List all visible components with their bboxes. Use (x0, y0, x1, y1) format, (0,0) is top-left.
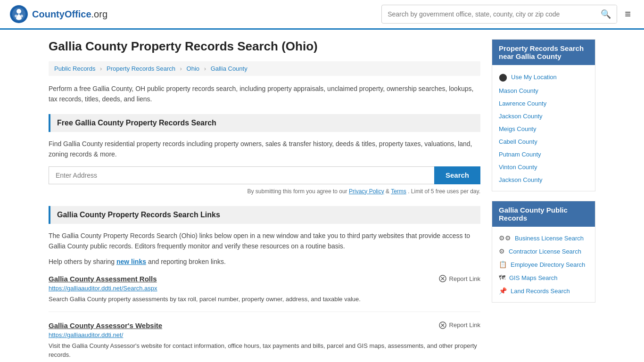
address-search-button[interactable]: Search (434, 166, 480, 184)
public-records-body: ⚙⚙ Business License Search ⚙ Contractor … (492, 227, 595, 302)
use-my-location[interactable]: ⬤ Use My Location (492, 70, 595, 84)
links-section-description: The Gallia County Property Records Searc… (49, 230, 480, 252)
new-links-link[interactable]: new links (116, 258, 146, 265)
link-desc-assessors-website: Visit the Gallia County Assessor's websi… (49, 341, 480, 360)
share-links-text: Help others by sharing new links and rep… (49, 258, 480, 265)
breadcrumb-gallia-county[interactable]: Gallia County (211, 65, 248, 72)
sidebar-county-jackson-2[interactable]: Jackson County (492, 173, 595, 186)
gear-icon-0: ⚙⚙ (499, 234, 511, 242)
header-search-bar[interactable]: 🔍 (381, 5, 617, 24)
report-link-button-0[interactable]: Report Link (439, 275, 480, 282)
site-header: CountyOffice.org 🔍 ≡ (0, 0, 644, 30)
report-icon (439, 275, 446, 282)
report-link-button-1[interactable]: Report Link (439, 321, 480, 329)
page-description: Perform a free Gallia County, OH public … (49, 83, 480, 105)
breadcrumb-public-records[interactable]: Public Records (54, 65, 95, 72)
address-search-form: Search (49, 166, 480, 184)
main-container: Gallia County Property Records Search (O… (39, 30, 605, 362)
breadcrumb: Public Records › Property Records Search… (49, 61, 480, 76)
sidebar-land-records[interactable]: 📌 Land Records Search (492, 284, 595, 297)
sidebar-employee-directory[interactable]: 📋 Employee Directory Search (492, 258, 595, 271)
sidebar: Property Records Search near Gallia Coun… (492, 39, 595, 362)
sidebar-county-vinton[interactable]: Vinton County (492, 161, 595, 173)
link-desc-assessment-rolls: Search Gallia County property assessment… (49, 295, 480, 304)
nearby-counties-heading: Property Records Search near Gallia Coun… (492, 40, 595, 65)
header-search-input[interactable] (382, 7, 595, 22)
link-url-assessors-website[interactable]: https://galliaauditor.ddti.net/ (49, 331, 480, 338)
free-search-description: Find Gallia County residential property … (49, 139, 480, 160)
header-right: 🔍 ≡ (381, 5, 635, 24)
link-title-assessors-website[interactable]: Gallia County Assessor's Website (49, 321, 162, 329)
directory-icon: 📋 (499, 261, 507, 268)
form-disclaimer: By submitting this form you agree to our… (49, 188, 480, 195)
free-search-section: Free Gallia County Property Records Sear… (49, 114, 480, 195)
public-records-heading: Gallia County Public Records (492, 201, 595, 227)
header-search-button[interactable]: 🔍 (595, 5, 617, 23)
links-section-heading: Gallia County Property Records Search Li… (49, 206, 480, 224)
logo-area: CountyOffice.org (9, 5, 107, 24)
map-icon: 🗺 (499, 274, 505, 281)
report-icon-2 (439, 321, 446, 329)
breadcrumb-ohio[interactable]: Ohio (187, 65, 199, 72)
svg-point-4 (20, 15, 23, 17)
svg-point-2 (17, 9, 21, 14)
public-records-box: Gallia County Public Records ⚙⚙ Business… (492, 201, 595, 303)
sidebar-business-license[interactable]: ⚙⚙ Business License Search (492, 231, 595, 245)
land-icon: 📌 (499, 287, 507, 295)
nearby-counties-box: Property Records Search near Gallia Coun… (492, 39, 595, 191)
content-area: Gallia County Property Records Search (O… (49, 39, 480, 362)
sidebar-county-mason[interactable]: Mason County (492, 84, 595, 97)
link-title-assessment-rolls[interactable]: Gallia County Assessment Rolls (49, 275, 157, 283)
sidebar-gis-maps[interactable]: 🗺 GIS Maps Search (492, 271, 595, 284)
sidebar-county-lawrence[interactable]: Lawrence County (492, 97, 595, 110)
nearby-counties-body: ⬤ Use My Location Mason County Lawrence … (492, 65, 595, 191)
page-title: Gallia County Property Records Search (O… (49, 39, 480, 54)
sidebar-county-putnam[interactable]: Putnam County (492, 148, 595, 161)
location-dot-icon: ⬤ (499, 73, 507, 82)
link-item-assessors-website: Gallia County Assessor's Website Report … (49, 321, 480, 362)
svg-point-3 (15, 15, 17, 17)
links-section: Gallia County Property Records Search Li… (49, 206, 480, 362)
gear-icon-1: ⚙ (499, 247, 505, 255)
hamburger-menu-button[interactable]: ≡ (621, 6, 635, 22)
free-search-heading: Free Gallia County Property Records Sear… (49, 114, 480, 132)
link-url-assessment-rolls[interactable]: https://galliaauditor.ddti.net/Search.as… (49, 285, 480, 292)
terms-link[interactable]: Terms (391, 188, 406, 195)
sidebar-county-cabell[interactable]: Cabell County (492, 135, 595, 148)
logo-icon (9, 5, 28, 24)
sidebar-county-jackson-1[interactable]: Jackson County (492, 110, 595, 123)
link-item-assessment-rolls: Gallia County Assessment Rolls Report Li… (49, 275, 480, 312)
sidebar-contractor-license[interactable]: ⚙ Contractor License Search (492, 245, 595, 258)
sidebar-county-meigs[interactable]: Meigs County (492, 123, 595, 135)
privacy-policy-link[interactable]: Privacy Policy (349, 188, 384, 195)
breadcrumb-property-records-search[interactable]: Property Records Search (107, 65, 175, 72)
logo-text: CountyOffice.org (32, 9, 107, 20)
address-input[interactable] (49, 166, 434, 184)
